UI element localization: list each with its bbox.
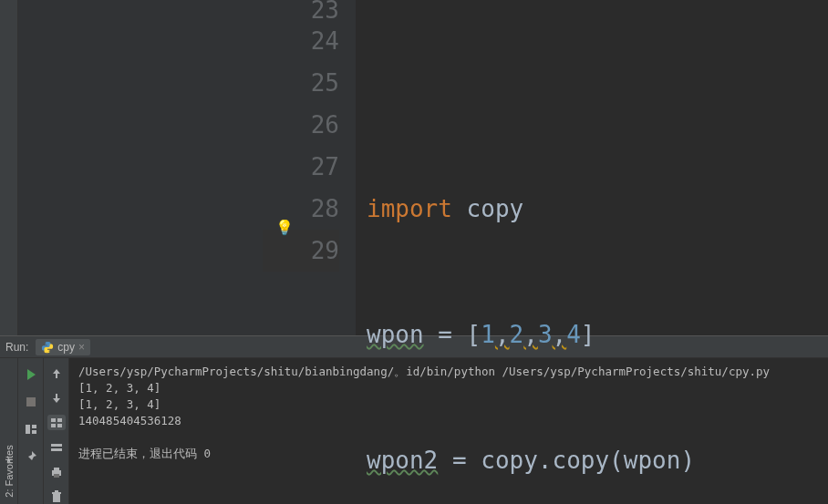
svg-rect-5 <box>57 418 62 422</box>
number: 4 <box>566 321 581 348</box>
stop-button[interactable] <box>22 393 40 411</box>
svg-rect-13 <box>53 494 60 502</box>
run-label: Run: <box>5 341 28 354</box>
svg-rect-7 <box>57 424 62 427</box>
svg-rect-0 <box>26 397 36 406</box>
close-icon[interactable]: × <box>78 341 85 354</box>
line-number: 25 <box>263 62 339 104</box>
code-content[interactable]: import copy wpon = [1,2,3,4] wpon2 = cop… <box>356 0 695 335</box>
print-button[interactable] <box>47 464 66 479</box>
python-icon <box>41 341 54 354</box>
svg-rect-8 <box>51 444 62 447</box>
export-button[interactable] <box>47 439 66 455</box>
keyword-import: import <box>367 195 452 222</box>
layout-button[interactable] <box>22 420 40 438</box>
module-name: copy <box>452 195 523 222</box>
svg-rect-2 <box>32 425 36 428</box>
favorites-label: 2: Favorites <box>4 445 15 497</box>
var-wpon: wpon <box>367 321 424 348</box>
punct: ] <box>581 321 595 348</box>
line-number: 28 <box>263 188 339 230</box>
number: 3 <box>538 321 553 348</box>
svg-rect-15 <box>55 490 58 492</box>
svg-rect-3 <box>32 430 36 434</box>
comma: , <box>523 321 538 348</box>
number: 2 <box>510 321 524 348</box>
var-wpon2: wpon2 <box>367 447 438 474</box>
line-number: 26 <box>263 104 339 146</box>
pin-button[interactable] <box>22 447 40 466</box>
svg-rect-9 <box>51 448 62 451</box>
console-line: 140485404536128 <box>78 414 181 427</box>
code-editor[interactable]: 💡 23 24 25 26 27 28 29 import copy wpon … <box>255 0 828 335</box>
console-line: [1, 2, 3, 4] <box>78 397 160 411</box>
soft-wrap-button[interactable] <box>47 415 66 430</box>
svg-rect-12 <box>54 474 59 478</box>
run-toolbar-primary <box>18 358 44 504</box>
run-toolbar-secondary <box>44 358 69 504</box>
left-gutter <box>0 0 18 335</box>
svg-rect-4 <box>51 418 56 422</box>
line-number: 24 <box>263 20 339 62</box>
rerun-button[interactable] <box>22 365 40 384</box>
favorites-sidebar[interactable]: ★ 2: Favorites <box>0 358 18 504</box>
line-number: 27 <box>263 146 339 188</box>
number: 1 <box>481 321 495 348</box>
scroll-down-button[interactable] <box>47 390 66 406</box>
comma: , <box>495 321 510 348</box>
svg-rect-11 <box>54 468 59 470</box>
line-number-gutter: 23 24 25 26 27 28 29 <box>255 0 356 335</box>
console-line: 进程已结束，退出代码 0 <box>78 447 211 460</box>
punct: = [ <box>424 321 481 348</box>
intention-bulb-icon[interactable]: 💡 <box>275 219 294 236</box>
line-number: 23 <box>263 0 339 20</box>
scroll-up-button[interactable] <box>47 365 66 381</box>
editor-left-space <box>18 0 255 335</box>
run-tab[interactable]: cpy × <box>36 339 90 355</box>
svg-rect-14 <box>52 492 61 494</box>
editor-pane: 💡 23 24 25 26 27 28 29 import copy wpon … <box>0 0 828 335</box>
line-number: 29 <box>263 230 339 272</box>
run-tab-name: cpy <box>57 341 75 354</box>
svg-rect-6 <box>51 424 56 427</box>
svg-rect-1 <box>26 425 30 434</box>
console-line: [1, 2, 3, 4] <box>78 381 160 395</box>
trash-button[interactable] <box>47 489 66 504</box>
code-text: = copy.copy(wpon) <box>438 447 695 474</box>
comma: , <box>553 321 567 348</box>
